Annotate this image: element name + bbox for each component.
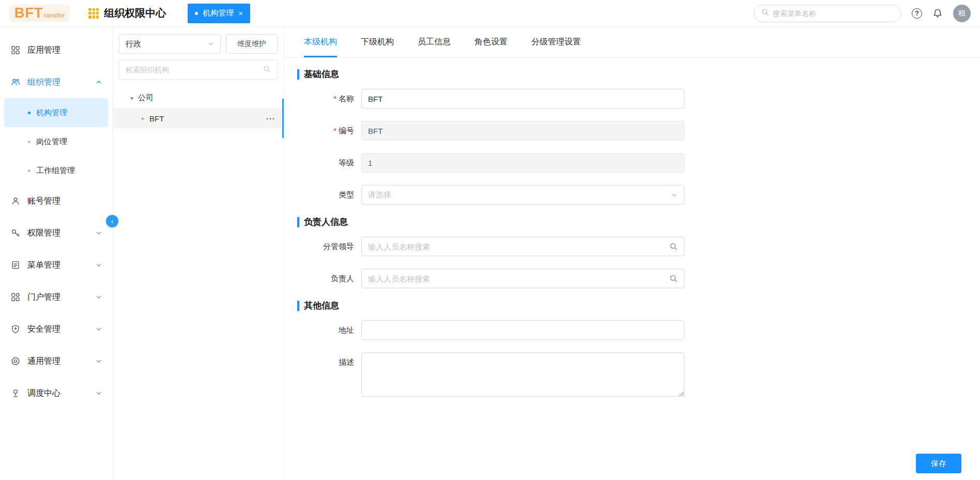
leader-search-input[interactable] (368, 242, 665, 251)
sidebar-item-portal-management[interactable]: 门户管理 (0, 281, 112, 313)
select-placeholder: 请选择 (368, 190, 391, 200)
field-label: 分管领导 (284, 237, 361, 256)
menu-search-box[interactable] (754, 5, 901, 22)
org-search-box[interactable] (119, 60, 278, 80)
section-leader-info: 负责人信息 分管领导 负责人 (284, 217, 980, 288)
search-icon[interactable] (669, 242, 678, 251)
sidebar-subitem-institution-management[interactable]: 机构管理 (4, 98, 108, 127)
bullet-icon (28, 169, 30, 172)
sidebar-item-label: 门户管理 (27, 292, 60, 303)
sidebar-item-label: 调度中心 (27, 388, 60, 399)
portal-grid-icon (10, 292, 21, 302)
form-row-manager: 负责人 (284, 269, 980, 288)
document-icon (10, 260, 21, 270)
field-label: 类型 (284, 185, 361, 205)
section-title: 负责人信息 (297, 217, 980, 227)
chevron-down-icon (96, 358, 102, 364)
tree-node-company[interactable]: ▾ 公司 (113, 89, 284, 108)
type-select[interactable]: 请选择 (361, 185, 684, 205)
form-row-address: 地址 (284, 320, 980, 340)
sidebar-item-application-management[interactable]: 应用管理 (0, 34, 112, 66)
dimension-select[interactable]: 行政 (119, 34, 221, 54)
field-label: *编号 (284, 121, 361, 141)
address-input[interactable] (361, 320, 684, 340)
sidebar-item-label: 权限管理 (27, 228, 60, 239)
search-icon[interactable] (669, 274, 678, 283)
shield-icon (10, 324, 21, 334)
dimension-select-value: 行政 (126, 39, 141, 49)
sidebar-item-dispatch-center[interactable]: 调度中心 (0, 377, 112, 409)
sidebar-subitem-label: 机构管理 (36, 108, 67, 118)
dimension-maintain-button[interactable]: 维度维护 (226, 34, 278, 54)
bullet-icon (28, 112, 30, 114)
form-row-type: 类型 请选择 (284, 185, 980, 205)
save-button[interactable]: 保存 (916, 454, 961, 473)
name-input[interactable] (361, 89, 684, 109)
apps-icon (10, 45, 21, 55)
field-label: 描述 (284, 352, 361, 372)
manager-search-input[interactable] (368, 274, 665, 283)
sidebar-item-menu-management[interactable]: 菜单管理 (0, 249, 112, 281)
level-input (361, 153, 684, 173)
sidebar-item-label: 安全管理 (27, 324, 60, 335)
tree-node-label: 公司 (138, 93, 154, 103)
tree-node-label: BFT (149, 114, 164, 123)
section-other-info: 其他信息 地址 描述 (284, 301, 980, 397)
help-button[interactable]: ? (912, 8, 922, 19)
brand-logo[interactable]: BFT ransfer (9, 5, 70, 22)
form-row-name: *名称 (284, 89, 980, 109)
tab-hierarchy-settings[interactable]: 分级管理设置 (531, 27, 581, 57)
tab-employee-info[interactable]: 员工信息 (418, 27, 451, 57)
sidebar-item-security-management[interactable]: 安全管理 (0, 313, 112, 345)
form-row-code: *编号 (284, 121, 980, 141)
required-mark: * (333, 94, 336, 103)
caret-down-icon[interactable]: ▾ (130, 95, 133, 102)
app-root: BFT ransfer 组织权限中心 机构管理 × ? 租 (0, 0, 980, 480)
dispatch-icon (10, 389, 21, 398)
sidebar-collapse-button[interactable]: ‹ (106, 215, 118, 227)
section-title: 其他信息 (297, 301, 980, 311)
sidebar-subitem-position-management[interactable]: 岗位管理 (4, 127, 108, 156)
close-tab-icon[interactable]: × (238, 9, 243, 18)
org-search-input[interactable] (126, 66, 263, 74)
chevron-down-icon (96, 294, 102, 300)
open-tab-institution-management[interactable]: 机构管理 × (188, 4, 250, 23)
sidebar-item-organization-management[interactable]: 组织管理 (0, 66, 112, 98)
org-form: 基础信息 *名称 *编号 等级 (284, 58, 980, 447)
caret-right-icon[interactable]: ▸ (142, 115, 145, 122)
open-tab-label: 机构管理 (203, 8, 234, 18)
sidebar-subitem-label: 岗位管理 (36, 137, 67, 147)
app-grid-icon (88, 8, 99, 19)
form-row-level: 等级 (284, 153, 980, 173)
tab-current-org[interactable]: 本级机构 (304, 27, 337, 57)
user-avatar[interactable]: 租 (953, 5, 971, 22)
sidebar-item-permission-management[interactable]: 权限管理 (0, 217, 112, 249)
sidebar-subitem-workgroup-management[interactable]: 工作组管理 (4, 156, 108, 185)
field-label: *名称 (284, 89, 361, 109)
manager-search-box (361, 269, 684, 288)
required-mark: * (333, 126, 336, 135)
org-tree: ▾ 公司 ▸ BFT ··· (113, 89, 284, 129)
form-row-description: 描述 (284, 352, 980, 397)
notification-button[interactable] (932, 8, 943, 19)
chevron-down-icon (96, 326, 102, 332)
page-title: 组织权限中心 (104, 6, 166, 20)
target-icon (10, 357, 21, 366)
user-icon (10, 196, 21, 206)
sidebar-item-label: 应用管理 (27, 45, 60, 56)
tab-sub-org[interactable]: 下级机构 (361, 27, 394, 57)
chevron-down-icon (671, 192, 678, 198)
detail-tab-bar: 本级机构 下级机构 员工信息 角色设置 分级管理设置 (284, 27, 980, 58)
chevron-down-icon (96, 262, 102, 268)
logo-text: BFT (14, 6, 43, 20)
help-icon: ? (912, 8, 922, 19)
sidebar-item-account-management[interactable]: 账号管理 (0, 185, 112, 217)
menu-search-input[interactable] (773, 9, 894, 18)
field-label: 负责人 (284, 269, 361, 288)
tree-node-bft[interactable]: ▸ BFT ··· (113, 108, 284, 129)
scrollbar-thumb[interactable] (282, 99, 284, 138)
sidebar-item-general-management[interactable]: 通用管理 (0, 345, 112, 377)
tab-role-settings[interactable]: 角色设置 (474, 27, 508, 57)
description-textarea[interactable] (361, 352, 684, 397)
node-more-button[interactable]: ··· (266, 114, 275, 123)
